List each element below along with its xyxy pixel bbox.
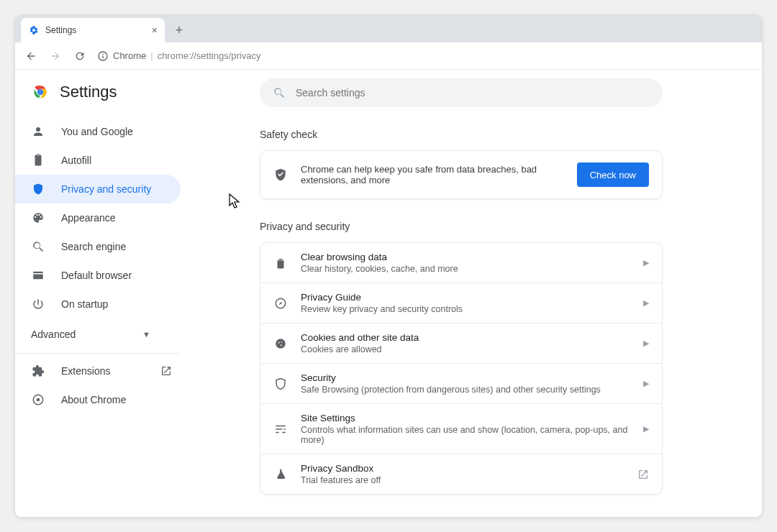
shield-icon — [273, 377, 288, 390]
chevron-down-icon: ▼ — [142, 330, 150, 339]
svg-point-1 — [102, 53, 104, 55]
chevron-right-icon: ▶ — [643, 258, 649, 267]
sidebar-item-label: Autofill — [61, 155, 91, 166]
row-title: Privacy Guide — [301, 292, 630, 303]
new-tab-button[interactable]: + — [169, 20, 189, 40]
chevron-right-icon: ▶ — [643, 379, 649, 388]
browser-icon — [31, 268, 45, 283]
extension-icon — [31, 364, 45, 378]
chevron-right-icon: ▶ — [643, 298, 649, 308]
tabstrip: Settings × + — [15, 15, 762, 42]
close-icon[interactable]: × — [152, 24, 158, 36]
sidebar-item-label: About Chrome — [61, 394, 126, 405]
address-bar[interactable]: Chrome | chrome://settings/privacy — [97, 46, 260, 66]
page-title: Settings — [60, 83, 117, 101]
row-site-settings[interactable]: Site Settings Controls what information … — [260, 403, 662, 454]
sidebar-item-autofill[interactable]: Autofill — [15, 146, 181, 175]
reload-button[interactable] — [70, 46, 90, 66]
svg-point-7 — [37, 398, 40, 402]
search-icon — [273, 86, 286, 99]
tab-settings[interactable]: Settings × — [21, 18, 165, 42]
row-title: Cookies and other site data — [301, 332, 630, 343]
omnibox-separator: | — [150, 50, 153, 61]
sidebar-item-extensions[interactable]: Extensions — [15, 357, 181, 385]
gear-icon — [28, 24, 40, 36]
row-security[interactable]: Security Safe Browsing (protection from … — [260, 363, 662, 403]
back-button[interactable] — [21, 46, 41, 66]
row-subtitle: Review key privacy and security controls — [301, 304, 630, 314]
row-clear-browsing-data[interactable]: Clear browsing data Clear history, cooki… — [260, 243, 662, 283]
sidebar-item-on-startup[interactable]: On startup — [15, 290, 181, 318]
sidebar-item-default-browser[interactable]: Default browser — [15, 261, 181, 290]
tab-title: Settings — [45, 25, 76, 35]
sidebar-item-label: Privacy and security — [61, 183, 151, 195]
cookie-icon — [273, 337, 288, 350]
chevron-right-icon: ▶ — [643, 424, 649, 434]
search-input[interactable] — [296, 87, 650, 98]
safety-check-label: Safety check — [260, 129, 719, 140]
row-subtitle: Cookies are allowed — [301, 344, 630, 354]
sidebar-item-label: Extensions — [61, 365, 110, 377]
site-info-icon[interactable] — [97, 50, 109, 62]
forward-button[interactable] — [45, 46, 65, 66]
sidebar: Settings You and Google Autofill Privacy… — [15, 70, 260, 517]
sidebar-item-privacy-and-security[interactable]: Privacy and security — [15, 175, 181, 203]
sidebar-item-you-and-google[interactable]: You and Google — [15, 117, 181, 146]
sidebar-item-label: On startup — [61, 298, 108, 310]
check-now-button[interactable]: Check now — [577, 162, 649, 187]
sidebar-item-about-chrome[interactable]: About Chrome — [15, 385, 181, 414]
shield-icon — [31, 182, 45, 196]
toolbar: Chrome | chrome://settings/privacy — [15, 42, 762, 70]
row-title: Clear browsing data — [301, 252, 630, 262]
content-area: Settings You and Google Autofill Privacy… — [15, 70, 762, 517]
tune-icon — [273, 423, 288, 436]
advanced-label: Advanced — [31, 329, 76, 340]
chrome-logo-icon — [31, 83, 50, 101]
search-icon — [31, 239, 45, 254]
sidebar-item-label: Appearance — [61, 212, 116, 224]
row-title: Privacy Sandbox — [301, 463, 624, 474]
sidebar-item-label: Default browser — [61, 270, 132, 281]
external-link-icon — [160, 365, 172, 377]
row-subtitle: Controls what information sites can use … — [301, 425, 630, 445]
flask-icon — [273, 468, 288, 481]
chrome-outline-icon — [31, 393, 45, 407]
sidebar-divider — [15, 353, 181, 354]
safety-check-card: Chrome can help keep you safe from data … — [260, 150, 663, 199]
browser-window: Settings × + Chrome | chrome://settings/… — [14, 14, 763, 518]
svg-point-12 — [281, 344, 282, 346]
page-header: Settings — [15, 78, 260, 113]
row-subtitle: Clear history, cookies, cache, and more — [301, 264, 630, 274]
row-privacy-guide[interactable]: Privacy Guide Review key privacy and sec… — [260, 283, 662, 323]
privacy-list-card: Clear browsing data Clear history, cooki… — [260, 242, 663, 495]
svg-point-10 — [278, 341, 280, 343]
power-icon — [31, 297, 45, 311]
nav-list: You and Google Autofill Privacy and secu… — [15, 117, 260, 318]
clipboard-icon — [31, 153, 45, 168]
safety-text: Chrome can help keep you safe from data … — [301, 164, 564, 185]
privacy-security-label: Privacy and security — [260, 221, 719, 232]
chevron-right-icon: ▶ — [643, 339, 649, 348]
compass-icon — [273, 297, 288, 310]
svg-rect-2 — [102, 55, 103, 58]
svg-point-9 — [276, 339, 286, 349]
palette-icon — [31, 211, 45, 225]
sidebar-item-label: Search engine — [61, 241, 126, 252]
row-title: Security — [301, 372, 630, 383]
row-subtitle: Trial features are off — [301, 475, 624, 485]
person-icon — [31, 124, 45, 139]
row-title: Site Settings — [301, 413, 630, 423]
row-subtitle: Safe Browsing (protection from dangerous… — [301, 385, 630, 395]
row-privacy-sandbox[interactable]: Privacy Sandbox Trial features are off — [260, 454, 662, 494]
sidebar-item-appearance[interactable]: Appearance — [15, 203, 181, 232]
sidebar-item-search-engine[interactable]: Search engine — [15, 232, 181, 261]
search-settings[interactable] — [260, 78, 663, 107]
sidebar-item-label: You and Google — [61, 126, 133, 137]
sidebar-advanced-toggle[interactable]: Advanced ▼ — [15, 318, 166, 350]
svg-point-11 — [281, 341, 283, 343]
omnibox-url: chrome://settings/privacy — [158, 50, 261, 61]
omnibox-site-label: Chrome — [113, 50, 146, 61]
main-column: Safety check Chrome can help keep you sa… — [260, 70, 762, 517]
shield-check-icon — [273, 168, 288, 182]
row-cookies[interactable]: Cookies and other site data Cookies are … — [260, 323, 662, 363]
